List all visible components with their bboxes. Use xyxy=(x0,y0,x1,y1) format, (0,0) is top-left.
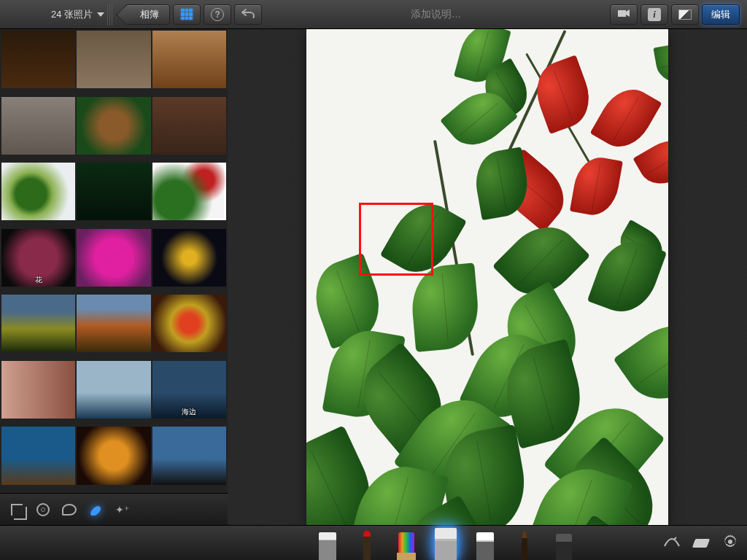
share-icon xyxy=(617,8,630,21)
thumbnail-sidebar: 花 海边 ✦⁺ xyxy=(0,29,228,525)
thumbnail[interactable] xyxy=(77,31,150,88)
thumbnail[interactable] xyxy=(77,229,150,287)
adjust-button[interactable] xyxy=(671,4,699,25)
thumbnail[interactable] xyxy=(1,427,75,484)
brush-redeye[interactable] xyxy=(357,531,377,560)
brush-picker xyxy=(235,526,657,560)
crop-tool[interactable] xyxy=(9,502,25,518)
thumbnail[interactable] xyxy=(77,427,150,484)
grid-icon xyxy=(181,9,193,20)
thumbnail[interactable] xyxy=(1,97,75,155)
main-photo xyxy=(306,29,668,525)
main-area: 花 海边 ✦⁺ xyxy=(0,29,747,525)
aperture-icon xyxy=(36,503,50,516)
brush-tool[interactable] xyxy=(88,502,104,518)
brush-saturate[interactable] xyxy=(396,531,417,560)
chevron-down-icon xyxy=(97,12,104,17)
thumbnail[interactable] xyxy=(152,295,226,352)
back-button-label: 相簿 xyxy=(140,8,159,21)
thumbnail-label: 花 xyxy=(1,275,75,285)
thumbnail[interactable] xyxy=(77,163,150,220)
adjust-icon xyxy=(678,9,692,20)
thumbnail[interactable] xyxy=(152,97,226,155)
sparkle-icon: ✦⁺ xyxy=(115,504,129,516)
exposure-tool[interactable] xyxy=(35,502,51,518)
thumbnail[interactable] xyxy=(77,361,150,419)
thumbnail[interactable] xyxy=(77,97,150,155)
share-button[interactable] xyxy=(610,4,638,25)
detect-edges-button[interactable] xyxy=(664,535,680,551)
photo-count-dropdown[interactable]: 24 张照片 xyxy=(51,8,104,21)
bottom-toolbar xyxy=(0,525,747,560)
brush-repair[interactable] xyxy=(436,531,456,560)
thumbnail[interactable] xyxy=(1,361,75,419)
sidebar-tool-row: ✦⁺ xyxy=(0,493,228,525)
info-button[interactable]: i xyxy=(640,4,668,25)
effects-tool[interactable]: ✦⁺ xyxy=(114,502,130,518)
thumbnail[interactable] xyxy=(152,427,226,484)
panel-resize-grip[interactable] xyxy=(107,4,115,26)
crop-icon xyxy=(11,504,23,516)
thumbnail[interactable]: 海边 xyxy=(152,361,226,419)
palette-icon xyxy=(62,504,77,516)
thumbnail[interactable] xyxy=(1,295,75,352)
bottom-right-tools xyxy=(664,535,738,560)
info-icon: i xyxy=(648,8,661,21)
brush-flat[interactable] xyxy=(317,531,338,560)
caption-input[interactable]: 添加说明… xyxy=(265,8,607,21)
settings-button[interactable] xyxy=(722,535,738,551)
edit-button-label: 编辑 xyxy=(711,9,730,20)
thumbnail[interactable] xyxy=(1,31,75,88)
undo-icon xyxy=(241,8,255,21)
top-toolbar: 24 张照片 相簿 ? 添加说明… i 编辑 xyxy=(0,0,747,29)
thumbnail[interactable] xyxy=(152,31,226,88)
photo-canvas[interactable] xyxy=(228,29,747,525)
thumbnail[interactable] xyxy=(1,163,75,220)
photo-count-label: 24 张照片 xyxy=(51,8,93,21)
thumbnail[interactable]: 花 xyxy=(1,229,75,287)
edit-button[interactable]: 编辑 xyxy=(702,4,740,25)
edges-icon xyxy=(664,536,680,551)
undo-button[interactable] xyxy=(234,4,262,25)
thumbnail-grid: 花 海边 xyxy=(0,29,228,493)
brush-icon xyxy=(88,501,103,518)
grid-view-button[interactable] xyxy=(173,4,201,25)
brush-sharpen[interactable] xyxy=(554,531,574,560)
eraser-icon xyxy=(692,539,710,548)
thumbnail-label: 海边 xyxy=(152,407,226,417)
thumbnail-selected[interactable] xyxy=(152,163,226,220)
color-tool[interactable] xyxy=(61,502,77,518)
thumbnail[interactable] xyxy=(152,229,226,287)
eraser-button[interactable] xyxy=(693,535,709,551)
back-to-albums-button[interactable]: 相簿 xyxy=(125,4,170,25)
thumbnail[interactable] xyxy=(77,295,150,352)
gear-icon xyxy=(723,534,738,552)
brush-lighten[interactable] xyxy=(475,531,495,560)
help-button[interactable]: ? xyxy=(204,4,231,25)
brush-darken[interactable] xyxy=(514,531,535,560)
help-icon: ? xyxy=(211,8,224,21)
